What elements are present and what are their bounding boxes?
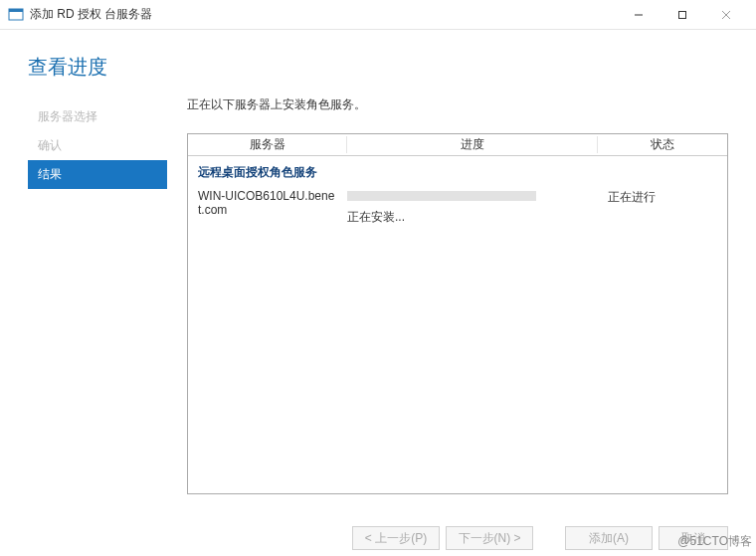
window-title: 添加 RD 授权 台服务器 — [30, 6, 617, 23]
wizard-header: 查看进度 — [0, 30, 756, 96]
maximize-button[interactable] — [661, 1, 704, 29]
instruction-text: 正在以下服务器上安装角色服务。 — [187, 96, 728, 113]
main-panel: 正在以下服务器上安装角色服务。 服务器 进度 状态 远程桌面授权角色服务 WIN… — [187, 96, 728, 494]
status-text: 正在进行 — [598, 189, 717, 206]
minimize-button[interactable] — [617, 1, 661, 29]
wizard-footer: < 上一步(P) 下一步(N) > 添加(A) 取消 — [28, 526, 728, 550]
progress-text: 正在安装... — [347, 209, 598, 226]
svg-rect-3 — [679, 11, 686, 18]
server-name: WIN-UICOB610L4U.benet.com — [198, 189, 347, 217]
window-controls — [617, 1, 748, 29]
sidebar-item-server-select: 服务器选择 — [28, 102, 167, 131]
role-service-title: 远程桌面授权角色服务 — [188, 156, 727, 187]
prev-button[interactable]: < 上一步(P) — [352, 526, 440, 550]
progress-cell: 正在安装... — [347, 189, 598, 226]
col-progress: 进度 — [347, 136, 598, 153]
progress-bar — [347, 191, 536, 201]
table-header: 服务器 进度 状态 — [188, 134, 727, 156]
sidebar-item-results[interactable]: 结果 — [28, 160, 167, 189]
app-icon — [8, 7, 24, 23]
wizard-sidebar: 服务器选择 确认 结果 — [28, 96, 167, 494]
progress-table: 服务器 进度 状态 远程桌面授权角色服务 WIN-UICOB610L4U.ben… — [187, 133, 728, 494]
sidebar-item-confirm: 确认 — [28, 131, 167, 160]
titlebar: 添加 RD 授权 台服务器 — [0, 0, 756, 30]
next-button[interactable]: 下一步(N) > — [446, 526, 533, 550]
col-server: 服务器 — [188, 136, 347, 153]
close-button[interactable] — [704, 1, 748, 29]
page-title: 查看进度 — [28, 54, 728, 81]
col-status: 状态 — [598, 136, 727, 153]
svg-rect-1 — [9, 9, 23, 12]
table-row: WIN-UICOB610L4U.benet.com 正在安装... 正在进行 — [188, 187, 727, 228]
wizard-body: 服务器选择 确认 结果 正在以下服务器上安装角色服务。 服务器 进度 状态 远程… — [0, 96, 756, 494]
add-button[interactable]: 添加(A) — [565, 526, 653, 550]
cancel-button[interactable]: 取消 — [659, 526, 728, 550]
